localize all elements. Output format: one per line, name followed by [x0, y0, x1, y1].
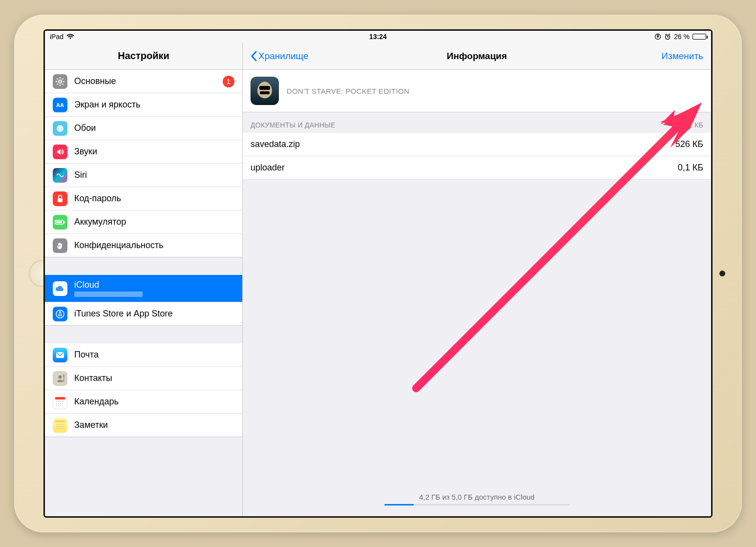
sidebar-item-battery[interactable]: Аккумулятор [45, 210, 242, 234]
calendar-icon [53, 395, 67, 409]
wallpaper-icon [53, 121, 67, 136]
sidebar-item-notes[interactable]: Заметки [45, 414, 242, 437]
section-header-label: ДОКУМЕНТЫ И ДАННЫЕ [251, 121, 336, 129]
sidebar-item-label: Звуки [74, 147, 97, 157]
svg-line-14 [57, 84, 58, 84]
orientation-lock-icon [654, 33, 661, 40]
sidebar-item-label: Календарь [74, 397, 119, 407]
app-header: DON'T STARVE: POCKET EDITION [243, 70, 711, 112]
file-row[interactable]: uploader 0,1 КБ [243, 156, 711, 180]
svg-line-12 [57, 78, 58, 79]
sidebar-item-label: Обои [74, 123, 96, 133]
sidebar-item-label: Заметки [74, 420, 108, 430]
sidebar-item-label: Код-пароль [74, 193, 121, 204]
svg-line-13 [62, 84, 63, 84]
settings-group: Почта Контакты Календарь [45, 343, 242, 437]
svg-point-38 [58, 403, 59, 404]
contacts-icon [53, 371, 67, 386]
sidebar-item-label: iTunes Store и App Store [74, 309, 173, 319]
back-button[interactable]: Хранилище [251, 51, 309, 62]
svg-rect-1 [657, 36, 658, 38]
sidebar-item-display[interactable]: AA Экран и яркость [45, 93, 242, 117]
notification-badge: 1 [223, 76, 234, 87]
display-icon: AA [53, 98, 67, 112]
sidebar-item-icloud[interactable]: iCloud [45, 275, 242, 302]
sidebar-item-mail[interactable]: Почта [45, 343, 242, 367]
sidebar-item-label: Конфиденциальность [74, 240, 164, 251]
svg-line-6 [669, 34, 670, 35]
app-name: DON'T STARVE: POCKET EDITION [287, 87, 409, 95]
svg-point-28 [59, 375, 62, 378]
settings-sidebar: Настройки Основные 1 AA [45, 42, 243, 516]
clock: 13:24 [369, 33, 387, 41]
wifi-icon [66, 34, 74, 40]
svg-rect-30 [63, 377, 64, 379]
settings-group: Основные 1 AA Экран и яркость [45, 70, 242, 257]
storage-bar-used [384, 504, 414, 505]
sidebar-item-label: Аккумулятор [74, 217, 126, 227]
sidebar-item-label: Экран и яркость [74, 100, 140, 110]
file-row[interactable]: savedata.zip 526 КБ [243, 133, 711, 156]
siri-icon [53, 168, 67, 183]
svg-rect-32 [55, 397, 65, 400]
battery-percent: 26 % [674, 33, 690, 41]
appstore-icon [53, 307, 67, 321]
sidebar-item-label: Почта [74, 350, 99, 360]
sidebar-item-label: Siri [74, 170, 87, 180]
sidebar-item-calendar[interactable]: Календарь [45, 390, 242, 414]
battery-icon [693, 34, 706, 40]
storage-bar [384, 504, 570, 505]
detail-pane: Хранилище Информация Изменить DON'T STAR… [243, 42, 711, 516]
ipad-frame: iPad 13:24 26 % [14, 15, 742, 532]
sidebar-item-siri[interactable]: Siri [45, 164, 242, 187]
notes-icon [53, 418, 67, 433]
settings-group: iCloud iTunes Store и App Store [45, 275, 242, 326]
sidebar-item-passcode[interactable]: Код-пароль [45, 187, 242, 210]
gear-icon [53, 74, 67, 89]
svg-point-42 [58, 405, 59, 406]
file-name: savedata.zip [251, 139, 300, 149]
sidebar-item-general[interactable]: Основные 1 [45, 70, 242, 93]
battery-settings-icon [53, 215, 67, 230]
sidebar-item-wallpaper[interactable]: Обои [45, 117, 242, 140]
front-camera [719, 271, 725, 276]
section-header-total: 526,1 КБ [674, 121, 703, 129]
edit-button[interactable]: Изменить [661, 51, 703, 62]
svg-text:AA: AA [56, 102, 64, 108]
svg-point-35 [60, 401, 61, 402]
redacted-account [74, 292, 143, 297]
svg-point-39 [60, 403, 61, 404]
svg-rect-31 [63, 379, 64, 382]
svg-point-36 [62, 401, 63, 402]
svg-line-15 [62, 78, 63, 79]
sidebar-item-label: Контакты [74, 373, 112, 383]
sidebar-item-sounds[interactable]: Звуки [45, 140, 242, 164]
svg-rect-44 [55, 421, 65, 422]
mail-icon [53, 348, 67, 362]
sidebar-item-itunes-appstore[interactable]: iTunes Store и App Store [45, 302, 242, 326]
app-icon [251, 77, 279, 105]
svg-rect-29 [63, 375, 64, 377]
sidebar-title: Настройки [45, 42, 242, 70]
svg-rect-24 [64, 221, 65, 223]
svg-point-40 [62, 403, 63, 404]
sidebar-item-label: iCloud [74, 280, 143, 291]
hand-icon [53, 238, 67, 253]
alarm-icon [664, 33, 671, 40]
detail-header: Хранилище Информация Изменить [243, 42, 711, 70]
svg-point-7 [59, 80, 62, 83]
sidebar-item-privacy[interactable]: Конфиденциальность [45, 234, 242, 257]
storage-footer: 4,2 ГБ из 5,0 ГБ доступно в iCloud [384, 493, 570, 505]
sidebar-item-contacts[interactable]: Контакты [45, 367, 242, 390]
device-label: iPad [50, 33, 63, 41]
cloud-icon [53, 281, 67, 296]
svg-point-34 [58, 401, 59, 402]
status-bar: iPad 13:24 26 % [45, 31, 711, 42]
file-name: uploader [251, 163, 285, 173]
svg-point-41 [56, 405, 57, 406]
detail-title: Информация [447, 51, 507, 62]
svg-point-37 [56, 403, 57, 404]
file-size: 0,1 КБ [678, 163, 703, 173]
storage-text: 4,2 ГБ из 5,0 ГБ доступно в iCloud [384, 493, 570, 501]
section-header: ДОКУМЕНТЫ И ДАННЫЕ 526,1 КБ [243, 112, 711, 133]
